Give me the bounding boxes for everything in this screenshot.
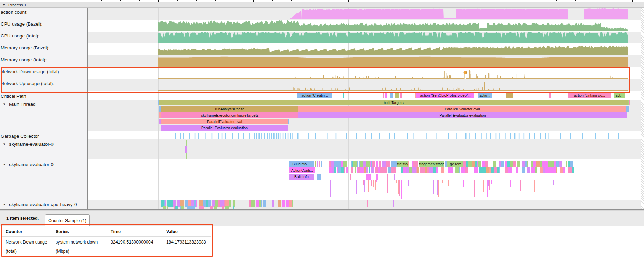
- skyframe-drop-slice[interactable]: [512, 180, 512, 198]
- track-row[interactable]: [88, 67, 644, 79]
- critical-path-slice[interactable]: action 'Linking go...: [568, 93, 611, 98]
- skyframe-slice[interactable]: [366, 167, 369, 173]
- skyframe-slice[interactable]: [433, 161, 436, 167]
- skyframe-drop-slice[interactable]: [488, 180, 489, 186]
- skyframe-slice[interactable]: [448, 161, 449, 167]
- track-row[interactable]: [88, 91, 644, 100]
- cell-series[interactable]: system network down (Mbps): [56, 238, 98, 256]
- skyframe-slice[interactable]: [424, 161, 427, 167]
- gc-tick[interactable]: [519, 133, 520, 139]
- skyframe-drop-slice[interactable]: [442, 180, 443, 183]
- skyframe-slice[interactable]: [527, 161, 528, 167]
- skyframe-slice[interactable]: [401, 167, 403, 173]
- gc-tick[interactable]: [486, 133, 487, 139]
- gc-tick[interactable]: [249, 133, 250, 139]
- main-thread-slice[interactable]: [288, 119, 289, 124]
- skyframe-slice[interactable]: [499, 167, 500, 173]
- gc-tick[interactable]: [280, 133, 281, 139]
- gc-tick[interactable]: [232, 133, 233, 139]
- gc-tick[interactable]: [180, 133, 181, 139]
- skyframe-slice[interactable]: [425, 167, 427, 173]
- skyframe-slice[interactable]: [497, 167, 499, 173]
- skyframe-slice[interactable]: [351, 167, 352, 173]
- cpu-heavy-slice[interactable]: [191, 200, 194, 207]
- skyframe-slice[interactable]: [485, 161, 489, 167]
- skyframe-slice[interactable]: [556, 167, 557, 173]
- skyframe-slice[interactable]: [542, 161, 545, 167]
- skyframe-slice[interactable]: [329, 161, 331, 167]
- cpu-heavy-slice[interactable]: [191, 206, 195, 209]
- skyframe-slice[interactable]: [371, 167, 374, 173]
- skyframe-slice[interactable]: [341, 167, 344, 173]
- cpu-heavy-slice[interactable]: [173, 200, 177, 207]
- skyframe-drop-slice[interactable]: [447, 180, 447, 190]
- gc-tick[interactable]: [469, 133, 470, 139]
- gc-tick[interactable]: [465, 133, 467, 139]
- skyframe-slice[interactable]: [341, 161, 343, 167]
- cpu-heavy-slice[interactable]: [169, 200, 172, 207]
- critical-path-slice[interactable]: [550, 93, 551, 98]
- cpu-heavy-slice[interactable]: [218, 200, 220, 207]
- skyframe-slice[interactable]: [391, 167, 392, 173]
- gc-tick[interactable]: [499, 133, 500, 139]
- gc-tick[interactable]: [426, 133, 427, 139]
- gc-tick[interactable]: [198, 133, 199, 139]
- skyframe-slice[interactable]: [419, 161, 421, 167]
- skyframe-slice[interactable]: [433, 167, 436, 173]
- skyframe-slice[interactable]: [499, 161, 501, 167]
- cpu-heavy-slice[interactable]: [200, 206, 201, 209]
- skyframe-drop-slice[interactable]: [448, 180, 448, 186]
- skyframe-slice[interactable]: [427, 161, 430, 167]
- gc-tick[interactable]: [436, 133, 437, 139]
- skyframe-drop-slice[interactable]: [553, 180, 554, 185]
- skyframe-drop-slice[interactable]: [368, 180, 369, 192]
- skyframe-slice[interactable]: [372, 161, 375, 167]
- skyframe-drop-slice[interactable]: [364, 180, 364, 186]
- skyframe-slice[interactable]: [366, 161, 369, 167]
- skyframe-slice[interactable]: [511, 167, 512, 173]
- skyframe-drop-slice[interactable]: [448, 180, 448, 197]
- skyframe-drop-slice[interactable]: [438, 180, 439, 197]
- cpu-heavy-slice[interactable]: [165, 200, 166, 207]
- skyframe-drop-slice[interactable]: [388, 180, 388, 192]
- skyframe-slice[interactable]: [543, 167, 545, 173]
- chart-network-up[interactable]: [158, 90, 628, 91]
- gc-tick[interactable]: [276, 133, 278, 139]
- skyframe-drop-slice[interactable]: [401, 180, 402, 199]
- skyframe-slice[interactable]: [463, 161, 466, 167]
- skyframe-slice[interactable]: [352, 161, 354, 167]
- critical-path-slice[interactable]: [396, 93, 399, 98]
- cpu-heavy-slice[interactable]: [212, 200, 215, 207]
- critical-path-slice[interactable]: action 'Creatin...: [297, 93, 332, 98]
- cpu-heavy-slice[interactable]: [222, 206, 225, 209]
- skyframe-stage-slice[interactable]: ...ge.remot...: [447, 161, 461, 167]
- skyframe-slice[interactable]: [334, 167, 336, 173]
- skyframe-slice[interactable]: [514, 161, 516, 167]
- skyframe-slice[interactable]: [409, 167, 412, 173]
- skyframe-slice[interactable]: [391, 161, 394, 167]
- skyframe-slice[interactable]: [468, 161, 472, 167]
- skyframe-slice[interactable]: [430, 161, 433, 167]
- cpu-heavy-slice[interactable]: [185, 200, 188, 207]
- cpu-heavy-slice[interactable]: [224, 200, 225, 207]
- skyframe-slice[interactable]: [436, 161, 438, 167]
- cpu-heavy-slice[interactable]: [175, 206, 178, 209]
- gc-tick[interactable]: [288, 133, 289, 139]
- skyframe-slice[interactable]: [458, 167, 459, 173]
- gc-tick[interactable]: [290, 133, 292, 139]
- skyframe-slice[interactable]: [554, 161, 555, 167]
- skyframe-slice[interactable]: [553, 167, 555, 173]
- skyframe-slice[interactable]: [359, 161, 360, 167]
- skyframe-slice[interactable]: [535, 161, 536, 167]
- critical-path-slice[interactable]: action 'GenObjcProtos video/...: [416, 93, 474, 98]
- collapse-arrow-icon[interactable]: ▾: [3, 3, 5, 6]
- cpu-heavy-slice[interactable]: [201, 206, 204, 209]
- skyframe-slice[interactable]: [455, 167, 458, 173]
- skyframe-slice[interactable]: [369, 167, 370, 173]
- gc-tick[interactable]: [414, 133, 415, 139]
- cpu-heavy-slice[interactable]: [215, 200, 218, 207]
- main-thread-slice[interactable]: [629, 100, 630, 105]
- cpu-heavy-slice[interactable]: [206, 200, 208, 207]
- skyframe-slice[interactable]: [479, 167, 483, 173]
- skyframe-slice[interactable]: [494, 167, 497, 173]
